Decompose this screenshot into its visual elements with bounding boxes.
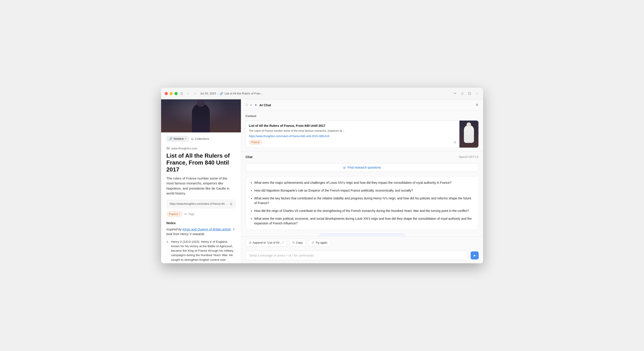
chat-input-row: ➤ (241, 249, 483, 263)
url-box: https://www.thoughtco.com/rulers-of-fran… (166, 200, 236, 208)
close-traffic-light[interactable] (165, 92, 168, 95)
layout-button[interactable]: ⊡ (467, 90, 472, 96)
chat-actions: ⊞ Append to "List of All ..." ⧉ Copy ↺ T… (241, 236, 483, 249)
append-icon: ⊞ (249, 241, 252, 244)
list-icon[interactable]: ☰ (180, 92, 183, 95)
collections-icon: 🗂 (191, 137, 194, 140)
url-copy-button[interactable]: ⧉ (230, 202, 232, 206)
drag-handle-icon[interactable]: ⠿ (246, 103, 248, 107)
close-panel-button[interactable]: ✕ (475, 102, 479, 107)
context-card-title: List of All the Rulers of France, From 8… (249, 124, 456, 128)
article-tags-row: 🔗 Weblink ▾ 🗂 Collections (166, 136, 236, 142)
ai-chat-title: AI Chat (260, 103, 473, 107)
weblink-tag[interactable]: 🔗 Weblink ▾ (166, 136, 188, 142)
ai-chat-header: ⠿ ∨ ✦ AI Chat ✕ (241, 99, 483, 111)
domain-icon: Co. (166, 146, 170, 150)
breadcrumb: Jul 20, 2023 / 🔗 List of All the Rulers … (200, 92, 453, 95)
pin-button[interactable]: ◇ (460, 90, 464, 96)
minimize-traffic-light[interactable] (170, 92, 173, 95)
maximize-traffic-light[interactable] (174, 92, 178, 95)
notes-title: Notes (166, 221, 236, 225)
notes-link[interactable]: Kings and Queens of Britain article (182, 228, 231, 231)
forward-button[interactable]: → (192, 91, 198, 96)
chevron-icon[interactable]: ∨ (250, 103, 252, 106)
list-item: 1. Henry V (1413-1422): Henry V of Engla… (166, 240, 236, 263)
context-card-footer: France ⧉ (249, 140, 456, 144)
napoleon-silhouette (192, 103, 210, 132)
article-image (161, 99, 241, 132)
mini-napoleon-figure (464, 125, 474, 143)
back-button[interactable]: ← (186, 91, 191, 96)
article-url: https://www.thoughtco.com/rulers-of-fran… (170, 202, 228, 205)
title-bar: ☰ ← → Jul 20, 2023 / 🔗 List of All the R… (161, 88, 483, 99)
chat-input[interactable] (246, 251, 468, 260)
main-content: 🔗 Weblink ▾ 🗂 Collections Co. www.though… (161, 99, 483, 263)
research-questions-list: What were the major achievements and cha… (250, 180, 474, 226)
nav-buttons: ← → (186, 91, 198, 96)
copy-label: Copy (296, 241, 302, 244)
research-question-4: How did the reign of Charles VII contrib… (254, 209, 474, 213)
collections-label: Collections (195, 137, 210, 140)
context-label: Context (246, 114, 479, 118)
retry-button[interactable]: ↺ Try again (308, 239, 331, 246)
notes-section: Notes Inspired by Kings and Queens of Br… (161, 221, 241, 263)
collections-tag[interactable]: 🗂 Collections (191, 137, 210, 140)
page-type-icon: 🔗 (220, 92, 223, 95)
list-item-text: Henry V (1413-1422): Henry V of England,… (171, 240, 235, 263)
context-image-figure (460, 121, 478, 148)
context-card: List of All the Rulers of France, From 8… (246, 120, 479, 148)
article-title: List of All the Rulers of France, From 8… (161, 152, 241, 173)
breadcrumb-date: Jul 20, 2023 (200, 92, 216, 95)
source-domain: Co. www.thoughtco.com (161, 146, 241, 150)
add-tags-button[interactable]: 🏷 Tags (184, 212, 194, 216)
sparkle-icon: ✦ (254, 103, 257, 107)
notes-intro: Inspired by Kings and Queens of Britain … (166, 227, 236, 236)
context-section: Context List of All the Rulers of France… (241, 111, 483, 152)
more-button[interactable]: ··· (474, 91, 479, 96)
append-button[interactable]: ⊞ Append to "List of All ..." (246, 239, 287, 246)
context-card-description: The rulers of France number some of the … (249, 129, 456, 133)
context-copy-button[interactable]: ⧉ (454, 140, 456, 144)
copy-button[interactable]: ⧉ Copy (289, 239, 306, 246)
find-research-label: Find research questions (348, 166, 381, 169)
toolbar-right: ✂ ◇ ⊡ ··· (453, 90, 479, 96)
research-question-5: What were the main political, economic, … (254, 216, 474, 226)
chat-header-row: Chat OpenAI GPT-3.5 (246, 155, 479, 159)
context-card-url[interactable]: https://www.thoughtco.com/rulers-of-fran… (249, 135, 456, 138)
breadcrumb-separator: / (217, 92, 218, 95)
research-icon: ◎ (343, 166, 346, 169)
remove-tag-button[interactable]: × (179, 213, 180, 215)
traffic-lights (165, 92, 178, 95)
notes-list: 1. Henry V (1413-1422): Henry V of Engla… (166, 240, 236, 263)
weblink-label: Weblink (174, 137, 184, 140)
add-tags-label: Tags (188, 212, 194, 216)
scissors-button[interactable]: ✂ (453, 90, 458, 96)
research-query-bubble[interactable]: find more research questions about napol… (318, 234, 406, 236)
context-card-image (460, 121, 478, 148)
research-question-3: What were the key factors that contribut… (254, 196, 474, 205)
france-tag-label: France (169, 212, 178, 216)
retry-icon: ↺ (312, 241, 314, 244)
context-card-body: List of All the Rulers of France, From 8… (246, 121, 460, 148)
chevron-down-icon: ▾ (185, 138, 186, 140)
france-tag-pill[interactable]: France × (166, 211, 183, 217)
append-label: Append to "List of All ..." (253, 241, 284, 244)
context-france-tag: France (249, 140, 262, 144)
left-panel: 🔗 Weblink ▾ 🗂 Collections Co. www.though… (161, 99, 241, 263)
weblink-icon: 🔗 (169, 137, 172, 140)
find-research-button[interactable]: ◎ Find research questions (246, 163, 479, 172)
tags-row: France × 🏷 Tags (161, 211, 241, 217)
research-question-2: How did Napoleon Bonaparte's rule as Emp… (254, 188, 474, 193)
article-meta: 🔗 Weblink ▾ 🗂 Collections (161, 132, 241, 146)
chat-bubble-questions: What were the major achievements and cha… (246, 176, 479, 230)
title-bar-controls: ☰ (180, 92, 183, 95)
retry-label: Try again (315, 241, 327, 244)
article-image-figure (161, 99, 241, 132)
list-item-number: 1. (166, 240, 169, 263)
right-panel: ⠿ ∨ ✦ AI Chat ✕ Context List of All the … (241, 99, 483, 263)
breadcrumb-page-title: List of All the Rulers of Fran... (224, 92, 263, 95)
tag-icon: 🏷 (184, 212, 187, 216)
chat-label: Chat (246, 155, 252, 159)
research-question-1: What were the major achievements and cha… (254, 180, 474, 185)
send-button[interactable]: ➤ (470, 251, 479, 260)
